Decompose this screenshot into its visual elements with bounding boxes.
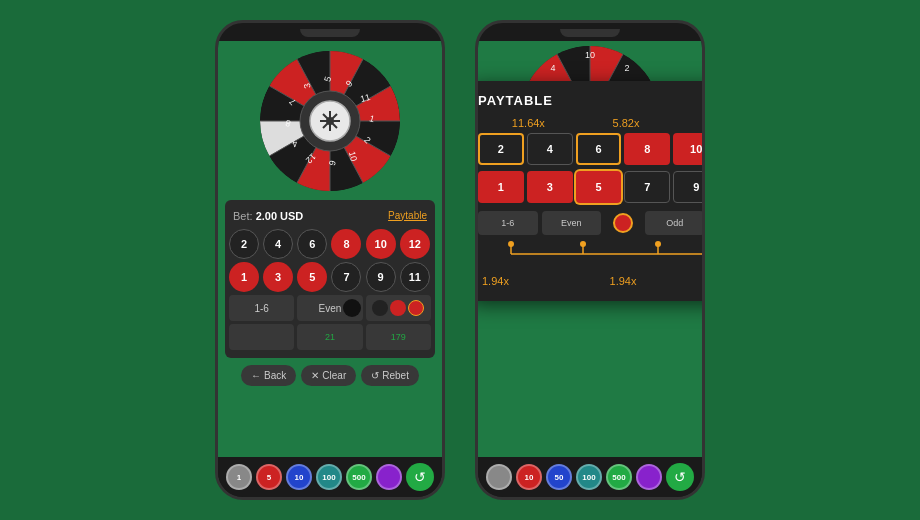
mult-5: 5.82x (613, 117, 640, 129)
svg-text:2: 2 (624, 63, 629, 73)
num-9[interactable]: 9 (366, 262, 396, 292)
chip-r-10[interactable]: 10 (516, 464, 542, 490)
bet-21[interactable]: 21 (297, 324, 362, 350)
num-12[interactable]: 12 (400, 229, 430, 259)
chips-row-right: 10 50 100 500 ↺ (478, 457, 702, 497)
spin-button-right[interactable]: ↺ (666, 463, 694, 491)
bet-info: Bet: 2.00 USD Paytable (229, 204, 431, 226)
clear-label: Clear (322, 370, 346, 381)
pt-num-3[interactable]: 3 (527, 171, 573, 203)
roulette-wheel-svg: 1 11 9 5 3 7 8 4 12 6 10 2 (260, 51, 400, 191)
chip-special[interactable] (376, 464, 402, 490)
paytable-connector-section: 1-6 Even Odd 7-12 (478, 207, 702, 291)
number-grid-top: 2 4 6 8 10 12 (229, 229, 431, 259)
pt-num-6[interactable]: 6 (576, 133, 622, 165)
pt-num-10[interactable]: 10 (673, 133, 702, 165)
svg-text:10: 10 (585, 50, 595, 60)
paytable-overlay: PAYTABLE × 11.64x 5.82x 2.91x 2 4 6 8 10… (478, 81, 702, 301)
num-11[interactable]: 11 (400, 262, 430, 292)
pt-num-4[interactable]: 4 (527, 133, 573, 165)
paytable-header: PAYTABLE × (478, 91, 702, 109)
number-grid-bottom: 1 3 5 7 9 11 (229, 262, 431, 292)
paytable-link[interactable]: Paytable (388, 210, 427, 221)
paytable-multipliers-bottom: 1.94x 1.94x 1.94x (478, 275, 702, 287)
paytable-grid-bottom: 1 3 5 7 9 11 (478, 171, 702, 203)
spin-button[interactable]: ↺ (406, 463, 434, 491)
multiplier-row-top: 11.64x 5.82x 2.91x (478, 117, 702, 129)
pt-bot-odd[interactable]: Odd (645, 211, 702, 235)
roulette-table-left: Bet: 2.00 USD Paytable 2 4 6 8 10 12 1 (225, 200, 435, 358)
clear-button[interactable]: ✕ Clear (301, 365, 356, 386)
chip-500[interactable]: 500 (346, 464, 372, 490)
num-10[interactable]: 10 (366, 229, 396, 259)
chip-r-50[interactable]: 50 (546, 464, 572, 490)
chips-row-left: 1 5 10 100 500 ↺ (218, 457, 442, 497)
pt-mult-b-2: 1.94x (610, 275, 637, 287)
num-3[interactable]: 3 (263, 262, 293, 292)
pt-bot-even[interactable]: Even (542, 211, 602, 235)
paytable-connectors (478, 239, 702, 269)
num-8[interactable]: 8 (331, 229, 361, 259)
rebet-icon: ↺ (371, 370, 379, 381)
pt-bot-chip (605, 211, 641, 235)
chip-10[interactable]: 10 (286, 464, 312, 490)
bet-text: Bet: (233, 210, 256, 222)
spin-icon: ↺ (414, 469, 426, 485)
phone-right: 1 2 10 4 12 PAYTABLE × (475, 20, 705, 500)
svg-point-65 (508, 241, 514, 247)
bottom-bet-row: 1-6 Even 21 179 (229, 295, 431, 350)
chip-100[interactable]: 100 (316, 464, 342, 490)
chip-r-1[interactable] (486, 464, 512, 490)
bet-odd[interactable] (229, 324, 294, 350)
num-4[interactable]: 4 (263, 229, 293, 259)
bet-label: Bet: 2.00 USD (233, 206, 303, 224)
paytable-bottom-cells: 1-6 Even Odd 7-12 (478, 211, 702, 235)
chip-r-100[interactable]: 100 (576, 464, 602, 490)
num-1[interactable]: 1 (229, 262, 259, 292)
rebet-button[interactable]: ↺ Rebet (361, 365, 419, 386)
phone-notch-right (560, 29, 620, 37)
mult-11: 11.64x (512, 117, 545, 129)
pt-num-1[interactable]: 1 (478, 171, 524, 203)
rebet-label: Rebet (382, 370, 409, 381)
chip-1[interactable]: 1 (226, 464, 252, 490)
pt-mult-b-1: 1.94x (482, 275, 509, 287)
action-buttons: ← Back ✕ Clear ↺ Rebet (241, 365, 419, 386)
chip-r-special[interactable] (636, 464, 662, 490)
phone-screen-right: 1 2 10 4 12 PAYTABLE × (478, 41, 702, 457)
num-5[interactable]: 5 (297, 262, 327, 292)
spin-icon-right: ↺ (674, 469, 686, 485)
chip-5[interactable]: 5 (256, 464, 282, 490)
svg-point-66 (580, 241, 586, 247)
pt-num-8[interactable]: 8 (624, 133, 670, 165)
phone-screen-left: 1 11 9 5 3 7 8 4 12 6 10 2 (218, 41, 442, 457)
back-icon: ← (251, 370, 261, 381)
num-7[interactable]: 7 (331, 262, 361, 292)
bet-even[interactable]: Even (297, 295, 362, 321)
svg-text:4: 4 (550, 63, 555, 73)
paytable-title: PAYTABLE (478, 93, 553, 108)
bet-179[interactable]: 179 (366, 324, 431, 350)
pt-num-9[interactable]: 9 (673, 171, 702, 203)
phones-container: 1 11 9 5 3 7 8 4 12 6 10 2 (215, 20, 705, 500)
pt-num-5[interactable]: 5 (576, 171, 622, 203)
pt-num-7[interactable]: 7 (624, 171, 670, 203)
pt-num-2[interactable]: 2 (478, 133, 524, 165)
bet-1-6[interactable]: 1-6 (229, 295, 294, 321)
bet-color[interactable] (366, 295, 431, 321)
chip-r-500[interactable]: 500 (606, 464, 632, 490)
phone-left: 1 11 9 5 3 7 8 4 12 6 10 2 (215, 20, 445, 500)
phone-notch-left (300, 29, 360, 37)
paytable-grid-top: 2 4 6 8 10 12 (478, 133, 702, 165)
clear-icon: ✕ (311, 370, 319, 381)
back-label: Back (264, 370, 286, 381)
back-button[interactable]: ← Back (241, 365, 296, 386)
num-6[interactable]: 6 (297, 229, 327, 259)
num-2[interactable]: 2 (229, 229, 259, 259)
wheel-left: 1 11 9 5 3 7 8 4 12 6 10 2 (260, 51, 400, 191)
pt-bot-1-6[interactable]: 1-6 (478, 211, 538, 235)
svg-point-67 (655, 241, 661, 247)
bet-amount: 2.00 USD (256, 210, 304, 222)
